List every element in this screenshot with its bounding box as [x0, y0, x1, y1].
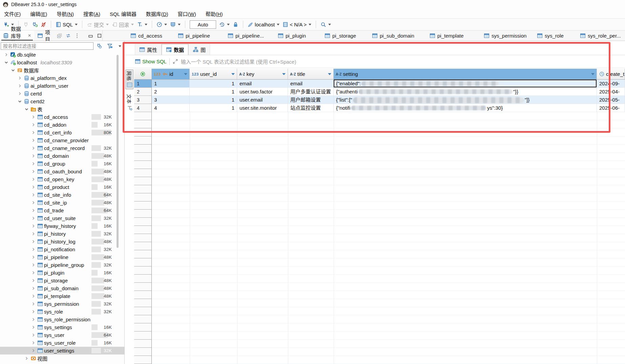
cell-create-time[interactable]: 2024-09-: [597, 80, 625, 88]
editor-tab-pi_storage[interactable]: pi_storage: [325, 30, 356, 41]
transaction-filter-button[interactable]: [137, 22, 147, 27]
menu-item-4[interactable]: SQL 编辑器: [110, 10, 137, 17]
cell-title[interactable]: 用户多重认证设置: [288, 88, 334, 96]
cell-id[interactable]: 1: [152, 80, 190, 88]
tree-item-ai_platform_dex[interactable]: ai_platform_dex: [0, 74, 124, 82]
cell-id[interactable]: 3: [152, 96, 190, 104]
tree-item-pi_plugin[interactable]: pi_plugin16K: [0, 269, 124, 277]
grid-corner-cell[interactable]: [134, 69, 152, 80]
cell-title[interactable]: 用户邮箱设置: [288, 96, 334, 104]
cell-user-id[interactable]: 1: [190, 96, 237, 104]
tree-item-cd_cname_provider[interactable]: cd_cname_provider: [0, 136, 124, 144]
cell-setting[interactable]: {"list":[""]}: [334, 96, 597, 104]
tree-item-pi_storage[interactable]: pi_storage48K: [0, 277, 124, 284]
grid-row-1[interactable]: 111emailemail{"enabled":2024-09-: [134, 80, 625, 88]
cell-setting[interactable]: {"notifiys":30}: [334, 104, 597, 112]
row-number[interactable]: 2: [134, 88, 152, 96]
grid-row-4[interactable]: 441user.site.monitor站点监控设置{"notifiys":30…: [134, 104, 625, 112]
tree-item-cd_group[interactable]: cd_group16K: [0, 160, 124, 168]
tree-item-数据库[interactable]: 数据库: [0, 66, 124, 74]
cell-id[interactable]: 2: [152, 88, 190, 96]
editor-tab-sys_role[interactable]: sys_role: [537, 30, 564, 41]
tree-item-user_settings[interactable]: user_settings32K: [0, 347, 124, 355]
commit-mode-field[interactable]: Auto: [190, 20, 216, 29]
menu-item-2[interactable]: 导航(N): [57, 10, 74, 17]
close-icon[interactable]: ✕: [28, 33, 31, 38]
editor-tab-pi_sub_domain[interactable]: pi_sub_domain: [372, 30, 414, 41]
tree-item-cd_trade[interactable]: cd_trade64K: [0, 207, 124, 214]
cell-title[interactable]: 站点监控设置: [288, 104, 334, 112]
presentation-text-button[interactable]: 文本: [126, 93, 133, 112]
cell-user-id[interactable]: 1: [190, 80, 237, 88]
link-with-editor-icon[interactable]: [65, 33, 71, 39]
reconnect-button[interactable]: [32, 22, 38, 27]
column-header-key[interactable]: A·Zkey: [237, 69, 288, 80]
menu-item-3[interactable]: 搜索(A): [83, 10, 100, 17]
column-menu-caret[interactable]: [282, 73, 286, 75]
tree-item-cd_domain[interactable]: cd_domain48K: [0, 152, 124, 160]
show-sql-button[interactable]: Show SQL: [135, 59, 167, 64]
tree-item-ai_platform_user[interactable]: ai_platform_user: [0, 82, 124, 90]
tree-item-localhost[interactable]: localhostlocalhost:3309: [0, 59, 124, 66]
row-number[interactable]: 1: [134, 80, 152, 88]
tree-item-pi_template[interactable]: pi_template48K: [0, 292, 124, 300]
tab-projects[interactable]: 项目: [34, 30, 53, 41]
tab-properties[interactable]: 属性: [135, 44, 162, 55]
column-header-title[interactable]: A·Ztitle: [288, 69, 334, 80]
cell-id[interactable]: 4: [152, 104, 190, 112]
column-header-create_t[interactable]: create_t: [597, 69, 625, 80]
funnel-filter-icon[interactable]: [107, 43, 113, 49]
cell-key[interactable]: email: [237, 80, 288, 88]
lock-button[interactable]: [233, 22, 238, 27]
filter-connection-icon[interactable]: [96, 43, 102, 49]
cell-create-time[interactable]: 2025-04-: [597, 88, 625, 96]
active-connection-selector[interactable]: localhost: [248, 22, 279, 27]
editor-tab-pi_plugin[interactable]: pi_plugin: [278, 30, 306, 41]
cell-key[interactable]: user.email: [237, 96, 288, 104]
transaction-log-button[interactable]: [219, 22, 230, 27]
sql-filter-input[interactable]: 输入一个 SQL 表达式来过滤结果 (使用 Ctrl+Space): [181, 58, 296, 65]
tree-item-cd_site_ip[interactable]: cd_site_ip48K: [0, 199, 124, 207]
column-menu-caret[interactable]: [328, 73, 331, 75]
tree-item-pi_notification[interactable]: pi_notification32K: [0, 245, 124, 253]
tree-item-pi_history_log[interactable]: pi_history_log48K: [0, 238, 124, 245]
tree-item-sys_role_permission[interactable]: sys_role_permission: [0, 316, 124, 323]
cell-title[interactable]: email: [288, 80, 334, 88]
search-button[interactable]: [320, 22, 331, 27]
view-menu-icon[interactable]: [74, 33, 80, 39]
tree-item-sys_permission[interactable]: sys_permission32K: [0, 300, 124, 308]
rollback-button[interactable]: 回滚: [112, 21, 134, 28]
sql-editor-button[interactable]: SQL: [56, 22, 78, 27]
row-number[interactable]: 4: [134, 104, 152, 112]
menu-item-5[interactable]: 数据库(D): [146, 10, 168, 17]
editor-tab-sys_role_per...[interactable]: sys_role_per...: [580, 30, 621, 41]
tree-item-cd_cert_info[interactable]: cd_cert_info80K: [0, 129, 124, 136]
menu-item-7[interactable]: 帮助(H): [206, 10, 223, 17]
row-number[interactable]: 3: [134, 96, 152, 104]
editor-tab-pi_pipeline[interactable]: pi_pipeline: [178, 30, 210, 41]
tree-item-cd_product[interactable]: cd_product16K: [0, 183, 124, 191]
cell-key[interactable]: user.two.factor: [237, 88, 288, 96]
tree-item-视图[interactable]: 视图: [0, 355, 124, 362]
tree-item-pi_history[interactable]: pi_history32K: [0, 230, 124, 238]
tree-item-pi_pipeline_group[interactable]: pi_pipeline_group32K: [0, 261, 124, 269]
menu-item-6[interactable]: 窗口(W): [178, 10, 196, 17]
maximize-view-icon[interactable]: [97, 33, 102, 39]
tree-item-certd2[interactable]: certd2: [0, 98, 124, 105]
tree-item-cd_access[interactable]: cd_access32K: [0, 113, 124, 121]
expand-filter-icon[interactable]: [172, 59, 178, 64]
editor-tab-cd_access[interactable]: cd_access: [130, 30, 162, 41]
tree-item-pi_pipeline[interactable]: pi_pipeline48K: [0, 253, 124, 261]
output-button[interactable]: [170, 22, 181, 27]
editor-tab-sys_permission[interactable]: sys_permission: [484, 30, 526, 41]
tree-item-cd_addon[interactable]: cd_addon16K: [0, 121, 124, 129]
cell-setting[interactable]: {"authenti"}}: [334, 88, 597, 96]
tree-item-cd_site_info[interactable]: cd_site_info64K: [0, 191, 124, 199]
tree-item-sys_user_role[interactable]: sys_user_role16K: [0, 339, 124, 347]
tree-item-folder-partial[interactable]: [0, 362, 124, 364]
tab-data[interactable]: 数据: [162, 44, 188, 55]
cell-setting[interactable]: {"enabled":: [334, 80, 597, 88]
cell-user-id[interactable]: 1: [190, 104, 237, 112]
tree-item-pi_sub_domain[interactable]: pi_sub_domain48K: [0, 284, 124, 292]
column-header-setting[interactable]: A·Zsetting: [334, 69, 597, 80]
